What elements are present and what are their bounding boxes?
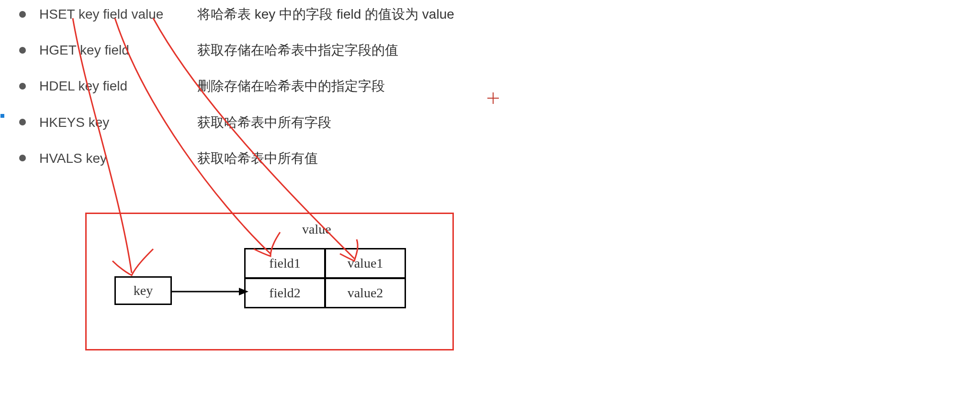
command-text: HDEL key field xyxy=(39,77,197,95)
value-cell: value2 xyxy=(325,278,406,308)
list-item: HVALS key 获取哈希表中所有值 xyxy=(19,149,970,168)
crosshair-marker-icon xyxy=(487,92,499,104)
selection-handle-icon xyxy=(0,113,5,118)
diagram-value-header: value xyxy=(302,222,331,237)
diagram-key-label: key xyxy=(134,283,153,298)
bullet-icon xyxy=(19,119,26,125)
description-text: 获取存储在哈希表中指定字段的值 xyxy=(197,41,398,59)
field-cell: field1 xyxy=(244,248,326,279)
command-list: HSET key field value 将哈希表 key 中的字段 field… xyxy=(19,5,970,168)
list-item: HKEYS key 获取哈希表中所有字段 xyxy=(19,113,970,132)
description-text: 获取哈希表中所有字段 xyxy=(197,113,331,132)
arrow-right-icon xyxy=(172,287,248,296)
command-text: HSET key field value xyxy=(39,5,197,23)
description-text: 将哈希表 key 中的字段 field 的值设为 value xyxy=(197,5,454,23)
bullet-icon xyxy=(19,11,26,18)
bullet-icon xyxy=(19,83,26,90)
table-row: field2 value2 xyxy=(245,278,406,308)
value-cell: value1 xyxy=(325,248,406,279)
command-text: HGET key field xyxy=(39,41,197,59)
command-text: HKEYS key xyxy=(39,113,197,132)
command-list-section: HSET key field value 将哈希表 key 中的字段 field… xyxy=(0,0,980,168)
bullet-icon xyxy=(19,155,26,161)
list-item: HSET key field value 将哈希表 key 中的字段 field… xyxy=(19,5,970,23)
command-text: HVALS key xyxy=(39,149,197,168)
description-text: 删除存储在哈希表中的指定字段 xyxy=(197,77,385,95)
description-text: 获取哈希表中所有值 xyxy=(197,149,318,168)
field-cell: field2 xyxy=(244,278,326,308)
diagram-key-box: key xyxy=(114,276,172,305)
diagram-hash-table: field1 value1 field2 value2 xyxy=(245,248,406,308)
hash-diagram: value key field1 value1 field2 value2 xyxy=(85,213,454,350)
bullet-icon xyxy=(19,47,26,54)
list-item: HGET key field 获取存储在哈希表中指定字段的值 xyxy=(19,41,970,59)
table-row: field1 value1 xyxy=(245,248,406,278)
